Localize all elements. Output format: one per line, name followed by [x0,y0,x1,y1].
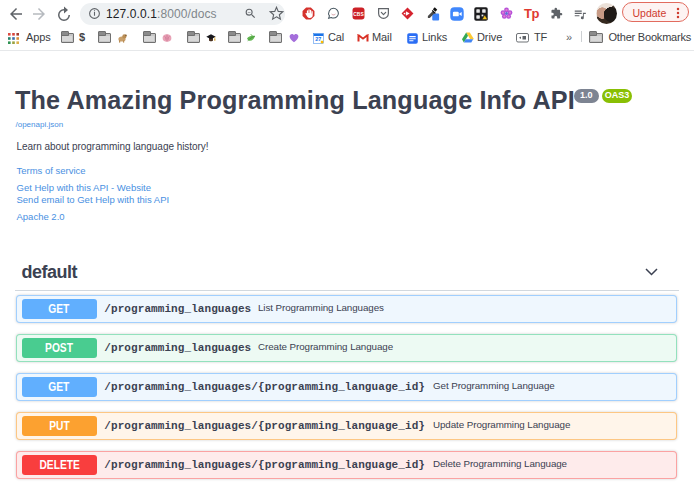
svg-text:27: 27 [315,36,321,42]
svg-text:CBS: CBS [353,12,364,17]
